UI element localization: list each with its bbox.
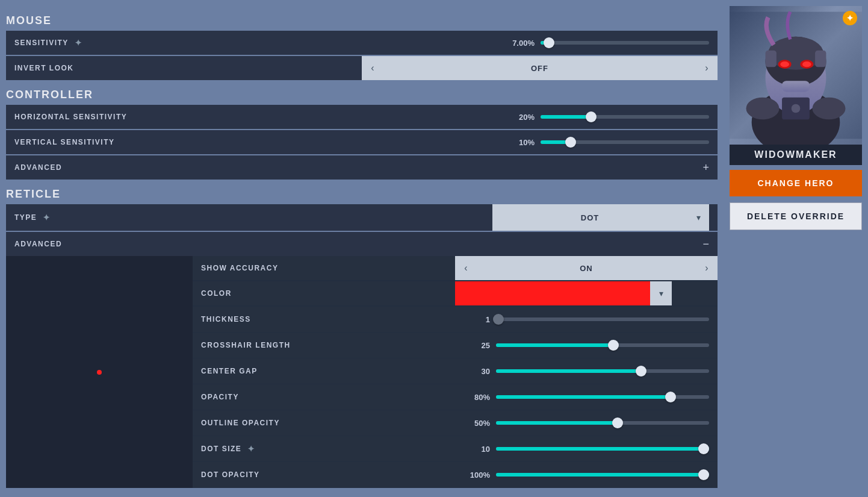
show-accuracy-label: SHOW ACCURACY bbox=[193, 264, 455, 272]
color-swatch[interactable] bbox=[455, 281, 650, 305]
svg-point-16 bbox=[792, 104, 801, 113]
reticle-section: RETICLE TYPE ✦ DOT ▾ ADVANCED − bbox=[6, 188, 718, 488]
sensitivity-thumb[interactable] bbox=[544, 37, 554, 48]
invert-look-right-arrow[interactable]: › bbox=[696, 56, 718, 80]
outline-opacity-slider[interactable] bbox=[496, 421, 709, 425]
mouse-section: MOUSE SENSITIVITY ✦ 7.00% INVERT LOOK ‹ … bbox=[6, 14, 718, 80]
outline-opacity-row: OUTLINE OPACITY 50% bbox=[193, 410, 718, 436]
delete-override-button[interactable]: DELETE OVERRIDE bbox=[730, 202, 862, 230]
reticle-dot bbox=[97, 370, 102, 375]
dot-size-star-icon: ✦ bbox=[247, 444, 256, 454]
reticle-advanced-header[interactable]: ADVANCED − bbox=[6, 232, 718, 256]
center-gap-slider[interactable] bbox=[496, 369, 709, 373]
invert-look-value: OFF bbox=[383, 64, 696, 73]
color-control[interactable]: ▾ bbox=[455, 281, 672, 305]
sensitivity-slider[interactable] bbox=[541, 41, 709, 45]
color-dropdown-arrow[interactable]: ▾ bbox=[650, 281, 672, 305]
invert-look-left-arrow[interactable]: ‹ bbox=[362, 56, 383, 80]
type-row: TYPE ✦ DOT ▾ bbox=[6, 204, 718, 231]
vertical-sensitivity-slider[interactable] bbox=[541, 140, 709, 144]
change-hero-button[interactable]: CHANGE HERO bbox=[730, 170, 862, 196]
center-gap-row: CENTER GAP 30 bbox=[193, 358, 718, 384]
svg-point-9 bbox=[802, 61, 811, 67]
dot-size-fill bbox=[496, 447, 709, 451]
sensitivity-star-icon: ✦ bbox=[75, 38, 83, 48]
controller-advanced-row[interactable]: ADVANCED + bbox=[6, 155, 718, 180]
type-dropdown-arrow[interactable]: ▾ bbox=[687, 204, 709, 231]
vertical-thumb[interactable] bbox=[565, 137, 576, 148]
show-accuracy-right-arrow[interactable]: › bbox=[696, 256, 718, 280]
dot-opacity-value: 100% bbox=[460, 470, 490, 480]
dot-size-row: DOT SIZE ✦ 10 bbox=[193, 436, 718, 461]
crosshair-length-label: CROSSHAIR LENGTH bbox=[201, 341, 460, 349]
dot-opacity-thumb[interactable] bbox=[698, 469, 709, 480]
invert-look-label: INVERT LOOK bbox=[6, 64, 362, 72]
sensitivity-value: 7.00% bbox=[504, 39, 535, 48]
dot-size-slider[interactable] bbox=[496, 447, 709, 451]
sensitivity-label: SENSITIVITY ✦ bbox=[14, 38, 504, 48]
reticle-advanced-section: ADVANCED − SHOW ACCURACY ‹ ON bbox=[6, 232, 718, 488]
opacity-label: OPACITY bbox=[201, 393, 460, 401]
horizontal-sensitivity-slider[interactable] bbox=[541, 115, 709, 119]
reticle-advanced-label: ADVANCED bbox=[14, 240, 702, 248]
sidebar: ✦ bbox=[724, 0, 868, 497]
svg-rect-12 bbox=[782, 81, 810, 92]
horizontal-thumb[interactable] bbox=[586, 111, 597, 122]
vertical-sensitivity-row: VERTICAL SENSITIVITY 10% bbox=[6, 130, 718, 154]
dot-opacity-slider[interactable] bbox=[496, 473, 709, 477]
type-dropdown[interactable]: DOT ▾ bbox=[492, 204, 709, 231]
opacity-fill bbox=[496, 395, 671, 399]
svg-rect-10 bbox=[766, 51, 777, 67]
svg-point-7 bbox=[780, 61, 789, 67]
svg-rect-11 bbox=[815, 51, 826, 67]
show-accuracy-value: ON bbox=[477, 264, 696, 273]
thickness-thumb[interactable] bbox=[493, 314, 504, 325]
outline-opacity-fill bbox=[496, 421, 618, 425]
advanced-content: SHOW ACCURACY ‹ ON › COLOR ▾ bbox=[6, 256, 718, 488]
dot-opacity-label: DOT OPACITY bbox=[201, 470, 460, 479]
crosshair-length-value: 25 bbox=[460, 341, 490, 350]
horizontal-sensitivity-row: HORIZONTAL SENSITIVITY 20% bbox=[6, 105, 718, 129]
gold-star-badge: ✦ bbox=[843, 11, 857, 25]
opacity-slider[interactable] bbox=[496, 395, 709, 399]
center-gap-value: 30 bbox=[460, 367, 490, 376]
mouse-section-title: MOUSE bbox=[6, 14, 718, 27]
invert-look-row: INVERT LOOK ‹ OFF › bbox=[6, 56, 718, 80]
outline-opacity-value: 50% bbox=[460, 419, 490, 428]
horizontal-fill bbox=[541, 115, 591, 119]
show-accuracy-left-arrow[interactable]: ‹ bbox=[455, 256, 477, 280]
reticle-section-title: RETICLE bbox=[6, 188, 718, 201]
dot-opacity-fill bbox=[496, 473, 709, 477]
thickness-slider[interactable] bbox=[496, 317, 709, 321]
invert-look-control[interactable]: ‹ OFF › bbox=[362, 56, 718, 80]
vertical-sensitivity-value: 10% bbox=[504, 138, 535, 147]
crosshair-length-thumb[interactable] bbox=[608, 340, 619, 351]
crosshair-length-slider[interactable] bbox=[496, 343, 709, 347]
color-row: COLOR ▾ bbox=[193, 281, 718, 305]
hero-card: ✦ bbox=[730, 6, 862, 165]
hero-image: ✦ bbox=[730, 6, 862, 145]
dot-size-thumb[interactable] bbox=[698, 443, 709, 454]
type-dropdown-value: DOT bbox=[492, 213, 687, 222]
main-content: MOUSE SENSITIVITY ✦ 7.00% INVERT LOOK ‹ … bbox=[0, 0, 724, 497]
crosshair-length-row: CROSSHAIR LENGTH 25 bbox=[193, 333, 718, 358]
dot-size-label: DOT SIZE ✦ bbox=[201, 444, 460, 454]
svg-point-14 bbox=[813, 98, 846, 120]
vertical-sensitivity-label: VERTICAL SENSITIVITY bbox=[14, 138, 504, 146]
show-accuracy-row: SHOW ACCURACY ‹ ON › bbox=[193, 256, 718, 280]
reticle-advanced-minus-icon: − bbox=[702, 238, 709, 251]
type-star-icon: ✦ bbox=[43, 213, 51, 222]
sensitivity-row: SENSITIVITY ✦ 7.00% bbox=[6, 31, 718, 55]
hero-name: WIDOWMAKER bbox=[730, 145, 862, 165]
controller-advanced-plus-icon: + bbox=[702, 161, 709, 174]
dot-opacity-row: DOT OPACITY 100% bbox=[193, 462, 718, 487]
controller-section: CONTROLLER HORIZONTAL SENSITIVITY 20% VE… bbox=[6, 89, 718, 180]
center-gap-thumb[interactable] bbox=[636, 366, 646, 377]
thickness-value: 1 bbox=[460, 315, 490, 324]
reticle-preview bbox=[6, 256, 193, 488]
opacity-thumb[interactable] bbox=[665, 392, 676, 402]
show-accuracy-control[interactable]: ‹ ON › bbox=[455, 256, 718, 280]
dot-size-value: 10 bbox=[460, 445, 490, 454]
opacity-row: OPACITY 80% bbox=[193, 384, 718, 410]
outline-opacity-thumb[interactable] bbox=[612, 417, 623, 428]
